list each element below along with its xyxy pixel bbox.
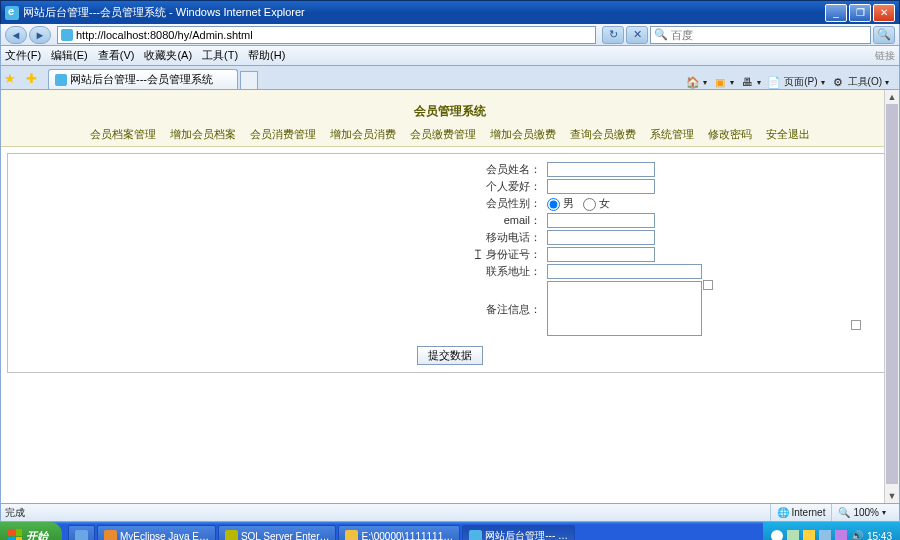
email-label: email： <box>185 213 545 228</box>
tray-icon[interactable] <box>803 530 815 540</box>
topnav-item[interactable]: 系统管理 <box>650 127 694 142</box>
browser-viewport: https://www.huzhan.com/ishop30884 会员管理系统… <box>0 90 900 504</box>
phone-input[interactable] <box>547 230 655 245</box>
home-icon[interactable]: 🏠 <box>686 75 700 89</box>
tray-icon[interactable] <box>771 530 783 540</box>
menu-view[interactable]: 查看(V) <box>98 48 135 63</box>
idcard-label: 身份证号： <box>185 247 545 262</box>
resize-handle-icon[interactable] <box>851 320 861 330</box>
topnav-item[interactable]: 会员缴费管理 <box>410 127 476 142</box>
remark-textarea[interactable] <box>547 281 702 336</box>
hobby-label: 个人爱好： <box>185 179 545 194</box>
topnav-item[interactable]: 增加会员消费 <box>330 127 396 142</box>
links-label[interactable]: 链接 <box>875 49 895 63</box>
search-bar[interactable]: 🔍 <box>650 26 871 44</box>
page-topnav: 会员档案管理增加会员档案会员消费管理增加会员消费会员缴费管理增加会员缴费查询会员… <box>1 122 899 147</box>
ie-icon <box>5 6 19 20</box>
status-zoom[interactable]: 🔍 100% ▾ <box>831 504 895 521</box>
start-button[interactable]: 开始 <box>0 522 62 540</box>
name-label: 会员姓名： <box>185 162 545 177</box>
menu-help[interactable]: 帮助(H) <box>248 48 285 63</box>
page-banner: 会员管理系统 <box>1 90 899 122</box>
gender-male-radio[interactable] <box>547 198 560 211</box>
tray-icon[interactable] <box>835 530 847 540</box>
scroll-up-arrow[interactable]: ▲ <box>885 90 899 104</box>
vertical-scrollbar[interactable]: ▲ ▼ <box>884 90 899 503</box>
email-input[interactable] <box>547 213 655 228</box>
app-icon <box>469 530 482 541</box>
status-done: 完成 <box>5 506 25 520</box>
phone-label: 移动电话： <box>185 230 545 245</box>
gender-label: 会员性别： <box>185 196 545 211</box>
scroll-down-arrow[interactable]: ▼ <box>885 489 899 503</box>
gender-female-radio[interactable] <box>583 198 596 211</box>
add-favorite-icon[interactable]: ✚ <box>26 71 42 87</box>
topnav-item[interactable]: 会员消费管理 <box>250 127 316 142</box>
search-input[interactable] <box>671 29 867 41</box>
stop-button[interactable]: ✕ <box>626 26 648 44</box>
tray-icon[interactable] <box>787 530 799 540</box>
menu-favorites[interactable]: 收藏夹(A) <box>144 48 192 63</box>
clock[interactable]: 15:43 <box>867 531 892 541</box>
taskbar-item[interactable]: E:\00000\1111111… <box>338 525 460 540</box>
volume-icon[interactable]: 🔊 <box>851 530 863 540</box>
page-banner-title: 会员管理系统 <box>414 103 486 122</box>
address-bar[interactable] <box>57 26 596 44</box>
app-icon <box>104 530 117 541</box>
windows-taskbar: 开始 MyEclipse Java E…SQL Server Enter…E:\… <box>0 522 900 540</box>
url-input[interactable] <box>76 29 592 41</box>
zoom-icon: 🔍 <box>838 507 850 518</box>
page-icon <box>61 29 73 41</box>
back-button[interactable]: ◄ <box>5 26 27 44</box>
menu-edit[interactable]: 编辑(E) <box>51 48 88 63</box>
app-icon <box>75 530 88 541</box>
system-tray[interactable]: 🔊 15:43 <box>763 522 900 540</box>
gender-female-label: 女 <box>599 197 610 209</box>
tray-icon[interactable] <box>819 530 831 540</box>
topnav-item[interactable]: 增加会员缴费 <box>490 127 556 142</box>
status-zone: 🌐 Internet <box>770 504 832 521</box>
browser-menubar: 文件(F) 编辑(E) 查看(V) 收藏夹(A) 工具(T) 帮助(H) 链接 <box>0 46 900 66</box>
topnav-item[interactable]: 查询会员缴费 <box>570 127 636 142</box>
submit-button[interactable]: 提交数据 <box>417 346 483 365</box>
resize-handle-icon[interactable] <box>703 280 713 290</box>
tab-page-icon <box>55 74 67 86</box>
taskbar-item[interactable]: SQL Server Enter… <box>218 525 337 540</box>
address-label: 联系地址： <box>185 264 545 279</box>
feed-icon[interactable]: ▣ <box>713 75 727 89</box>
browser-tab[interactable]: 网站后台管理---会员管理系统 <box>48 69 238 89</box>
topnav-item[interactable]: 修改密码 <box>708 127 752 142</box>
hobby-input[interactable] <box>547 179 655 194</box>
app-icon <box>345 530 358 541</box>
print-icon[interactable]: 🖶 <box>740 75 754 89</box>
name-input[interactable] <box>547 162 655 177</box>
member-form: 会员姓名： 个人爱好： 会员性别： 男 女 email： <box>7 153 893 373</box>
tools-menu-icon[interactable]: ⚙ <box>831 75 845 89</box>
taskbar-item[interactable]: MyEclipse Java E… <box>97 525 216 540</box>
minimize-button[interactable]: _ <box>825 4 847 22</box>
address-input[interactable] <box>547 264 702 279</box>
favorites-star-icon[interactable]: ★ <box>4 71 20 87</box>
windows-logo-icon <box>8 529 22 540</box>
forward-button[interactable]: ► <box>29 26 51 44</box>
topnav-item[interactable]: 安全退出 <box>766 127 810 142</box>
page-menu-label[interactable]: 页面(P) <box>784 75 817 89</box>
new-tab-button[interactable] <box>240 71 258 89</box>
topnav-item[interactable]: 增加会员档案 <box>170 127 236 142</box>
topnav-item[interactable]: 会员档案管理 <box>90 127 156 142</box>
refresh-button[interactable]: ↻ <box>602 26 624 44</box>
page-menu-icon[interactable]: 📄 <box>767 75 781 89</box>
maximize-button[interactable]: ❐ <box>849 4 871 22</box>
close-button[interactable]: ✕ <box>873 4 895 22</box>
taskbar-item[interactable]: 网站后台管理--- … <box>462 525 575 540</box>
browser-tabbar: ★ ✚ 网站后台管理---会员管理系统 🏠▾ ▣▾ 🖶▾ 📄 页面(P)▾ ⚙ … <box>0 66 900 90</box>
menu-file[interactable]: 文件(F) <box>5 48 41 63</box>
search-icon: 🔍 <box>654 28 668 41</box>
scrollbar-thumb[interactable] <box>886 104 898 484</box>
menu-tools[interactable]: 工具(T) <box>202 48 238 63</box>
taskbar-item[interactable] <box>68 525 95 540</box>
idcard-input[interactable] <box>547 247 655 262</box>
gender-male-label: 男 <box>563 197 574 209</box>
tools-menu-label[interactable]: 工具(O) <box>848 75 882 89</box>
search-go-button[interactable]: 🔍 <box>873 26 895 44</box>
